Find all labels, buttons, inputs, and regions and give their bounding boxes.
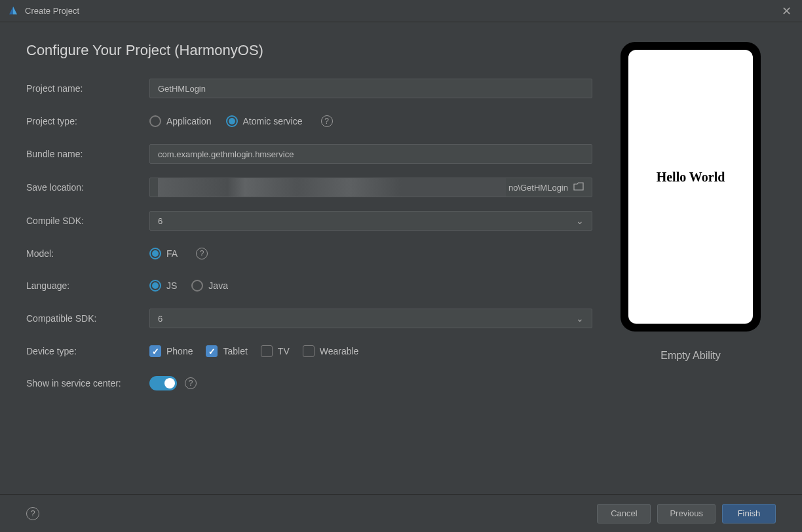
label-device-type: Device type: [26, 346, 149, 356]
help-service-center-icon[interactable]: ? [185, 377, 197, 389]
titlebar: Create Project ✕ [0, 0, 802, 22]
checkbox-phone-label[interactable]: Phone [166, 346, 193, 356]
app-logo-icon [8, 6, 18, 16]
phone-preview-screen: Hello World [628, 50, 753, 324]
chevron-down-icon: ⌄ [576, 313, 584, 324]
preview-area: Hello World Empty Ability [605, 42, 776, 406]
label-compatible-sdk: Compatible SDK: [26, 313, 149, 324]
toggle-service-center[interactable] [149, 376, 177, 390]
help-project-type-icon[interactable]: ? [321, 115, 333, 127]
save-location-input[interactable]: no\GetHMLogin [149, 178, 592, 197]
label-bundle-name: Bundle name: [26, 149, 149, 159]
compatible-sdk-select[interactable]: 6 ⌄ [149, 309, 592, 328]
radio-language-js[interactable] [149, 280, 161, 292]
help-model-icon[interactable]: ? [196, 248, 208, 259]
compatible-sdk-value: 6 [158, 314, 162, 324]
radio-application-label[interactable]: Application [166, 116, 212, 126]
radio-atomic-service[interactable] [226, 115, 238, 127]
preview-caption: Empty Ability [660, 350, 721, 362]
form-area: Configure Your Project (HarmonyOS) Proje… [26, 42, 592, 406]
label-model: Model: [26, 248, 149, 259]
phone-preview-frame: Hello World [621, 42, 761, 332]
finish-button[interactable]: Finish [722, 504, 776, 523]
help-footer-icon[interactable]: ? [26, 507, 39, 520]
label-save-location: Save location: [26, 182, 149, 193]
radio-model-fa[interactable] [149, 248, 161, 259]
label-language: Language: [26, 280, 149, 291]
page-title: Configure Your Project (HarmonyOS) [26, 42, 592, 59]
checkbox-tablet-label[interactable]: Tablet [223, 346, 247, 356]
project-name-input[interactable] [149, 79, 592, 98]
radio-application[interactable] [149, 115, 161, 127]
checkbox-tv[interactable] [261, 345, 273, 357]
radio-language-java[interactable] [191, 280, 203, 292]
preview-hello-world: Hello World [657, 170, 725, 185]
close-icon[interactable]: ✕ [779, 4, 794, 18]
label-project-name: Project name: [26, 83, 149, 94]
checkbox-wearable-label[interactable]: Wearable [320, 346, 359, 356]
save-location-visible-suffix: no\GetHMLogin [508, 183, 568, 193]
compile-sdk-select[interactable]: 6 ⌄ [149, 211, 592, 231]
label-compile-sdk: Compile SDK: [26, 216, 149, 226]
checkbox-wearable[interactable] [303, 345, 315, 357]
label-service-center: Show in service center: [26, 378, 149, 389]
redacted-path [158, 178, 506, 197]
label-project-type: Project type: [26, 116, 149, 126]
checkbox-phone[interactable] [149, 345, 161, 357]
browse-folder-icon[interactable] [573, 182, 584, 193]
radio-language-js-label[interactable]: JS [166, 280, 177, 291]
previous-button[interactable]: Previous [657, 504, 716, 523]
checkbox-tv-label[interactable]: TV [278, 346, 290, 356]
radio-language-java-label[interactable]: Java [208, 280, 228, 291]
chevron-down-icon: ⌄ [576, 216, 584, 226]
bundle-name-input[interactable] [149, 144, 592, 164]
radio-atomic-service-label[interactable]: Atomic service [243, 116, 303, 126]
window-title: Create Project [25, 6, 79, 16]
compile-sdk-value: 6 [158, 216, 162, 226]
cancel-button[interactable]: Cancel [597, 504, 651, 523]
radio-model-fa-label[interactable]: FA [166, 248, 178, 259]
checkbox-tablet[interactable] [206, 345, 218, 357]
footer: ? Cancel Previous Finish [0, 494, 802, 532]
